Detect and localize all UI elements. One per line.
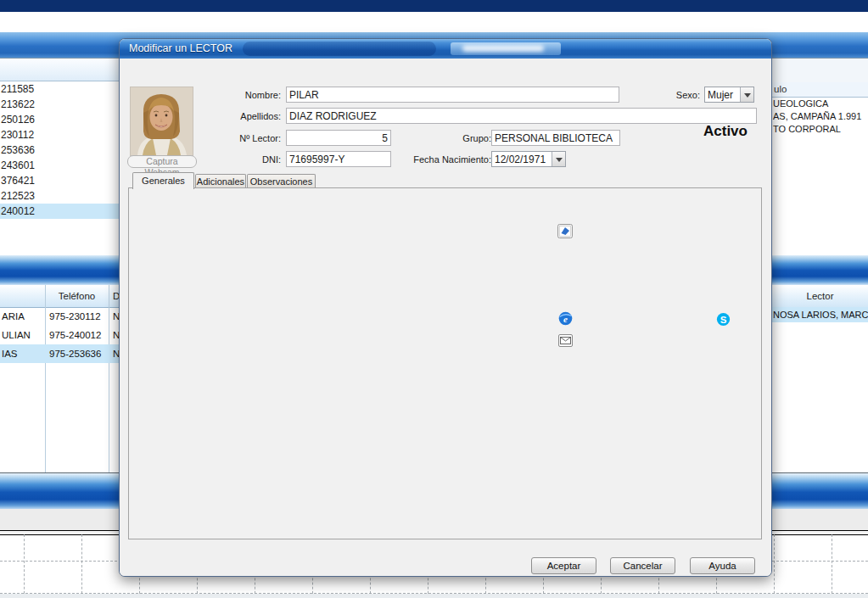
map-icon[interactable]: [557, 224, 573, 238]
apellidos-field[interactable]: [286, 108, 757, 124]
dialog-title: Modificar un LECTOR: [129, 39, 232, 59]
grid-line: [774, 534, 775, 598]
list-item[interactable]: UEOLOGICA: [771, 98, 868, 110]
skype-icon[interactable]: S: [716, 312, 731, 327]
internet-explorer-icon[interactable]: e: [558, 311, 574, 326]
list-item-selected[interactable]: 240012: [0, 204, 126, 219]
cell-name: ULIAN: [2, 326, 42, 344]
table-row[interactable]: ARIA 975-230112 N: [0, 307, 126, 326]
blurred-text-region: [451, 42, 561, 55]
list-item[interactable]: 212523: [0, 188, 126, 204]
tab-panel: [128, 187, 762, 539]
cell-name: IAS: [2, 344, 42, 363]
titulo-column-header[interactable]: ulo: [771, 82, 868, 98]
ayuda-button[interactable]: Ayuda: [690, 557, 755, 574]
status-activo: Activo: [703, 123, 748, 140]
dialog-titlebar[interactable]: Modificar un LECTOR: [120, 39, 771, 59]
cell-phone: 975-240012: [49, 326, 107, 344]
list-item[interactable]: TO CORPORAL: [771, 123, 868, 136]
background-lector-table: Lector NOSA LARIOS, MARCO: [770, 285, 868, 472]
fecha-nacimiento-label: Fecha Nacimiento:: [408, 154, 491, 165]
capture-webcam-button[interactable]: Captura Webcam: [127, 155, 197, 168]
sexo-dropdown[interactable]: [704, 87, 754, 103]
fecha-value[interactable]: [492, 152, 554, 166]
apellidos-label: Apellidos:: [204, 111, 281, 122]
list-item[interactable]: 211585: [0, 81, 126, 97]
fecha-nacimiento-dropdown[interactable]: [491, 151, 566, 167]
chevron-down-icon[interactable]: [740, 87, 753, 102]
modificar-lector-dialog: Modificar un LECTOR: [119, 38, 772, 577]
cell-name: ARIA: [2, 307, 42, 326]
reader-photo: [130, 87, 193, 156]
table-row-selected[interactable]: IAS 975-253636 N: [0, 344, 126, 363]
dialog-body: Captura Webcam Nombre: Sexo: Apellidos: …: [120, 59, 771, 576]
lector-column-header[interactable]: Lector: [771, 285, 868, 308]
list-header: [0, 59, 126, 81]
telefono-column-header[interactable]: Teléfono: [45, 285, 109, 307]
nombre-field[interactable]: [286, 87, 619, 103]
list-item[interactable]: 243601: [0, 158, 126, 173]
grid-line: [832, 534, 832, 598]
cell-phone: 975-230112: [49, 307, 107, 326]
list-spacer: [771, 59, 868, 82]
screen: 211585 213622 250126 230112 253636 24360…: [0, 0, 868, 598]
grupo-label: Grupo:: [412, 133, 491, 144]
list-item[interactable]: AS, CAMPAÑA 1.991: [771, 110, 868, 123]
dni-field[interactable]: [286, 151, 391, 167]
num-lector-field[interactable]: [286, 130, 391, 146]
chevron-down-icon[interactable]: [552, 152, 565, 166]
aceptar-button[interactable]: Aceptar: [531, 557, 596, 574]
background-readers-table: Teléfono D ARIA 975-230112 N ULIAN 975-2…: [0, 285, 126, 472]
table-row-selected[interactable]: NOSA LARIOS, MARCO: [771, 307, 868, 322]
background-title-list: ulo UEOLOGICA AS, CAMPAÑA 1.991 TO CORPO…: [770, 58, 868, 255]
list-item[interactable]: 250126: [0, 112, 126, 127]
sexo-label: Sexo:: [659, 90, 700, 101]
background-number-list: 211585 213622 250126 230112 253636 24360…: [0, 58, 126, 255]
list-item[interactable]: 230112: [0, 127, 126, 143]
dni-label: DNI:: [204, 154, 281, 165]
portrait-illustration: [131, 87, 193, 155]
background-bottom-strip: [0, 594, 868, 598]
table-row[interactable]: ULIAN 975-240012 N: [0, 326, 126, 344]
table-header-row: Teléfono D: [0, 285, 126, 308]
grid-line: [24, 534, 25, 598]
cell-phone: 975-253636: [49, 344, 107, 363]
list-item[interactable]: 376421: [0, 173, 126, 188]
tab-observaciones[interactable]: Observaciones: [247, 174, 316, 188]
email-icon[interactable]: [558, 334, 574, 349]
grupo-field[interactable]: [491, 130, 620, 146]
list-item[interactable]: 213622: [0, 97, 126, 112]
sexo-value[interactable]: [705, 87, 742, 102]
grid-line: [81, 534, 82, 598]
titlebar-shade: [243, 42, 436, 56]
num-lector-label: Nº Lector:: [204, 133, 281, 144]
nombre-label: Nombre:: [204, 90, 281, 101]
list-item[interactable]: 253636: [0, 143, 126, 158]
tab-adicionales[interactable]: Adicionales: [195, 174, 246, 188]
cancelar-button[interactable]: Cancelar: [610, 557, 675, 574]
tab-generales[interactable]: Generales: [132, 172, 194, 189]
svg-text:S: S: [720, 315, 727, 325]
top-window-bar: [0, 0, 868, 12]
